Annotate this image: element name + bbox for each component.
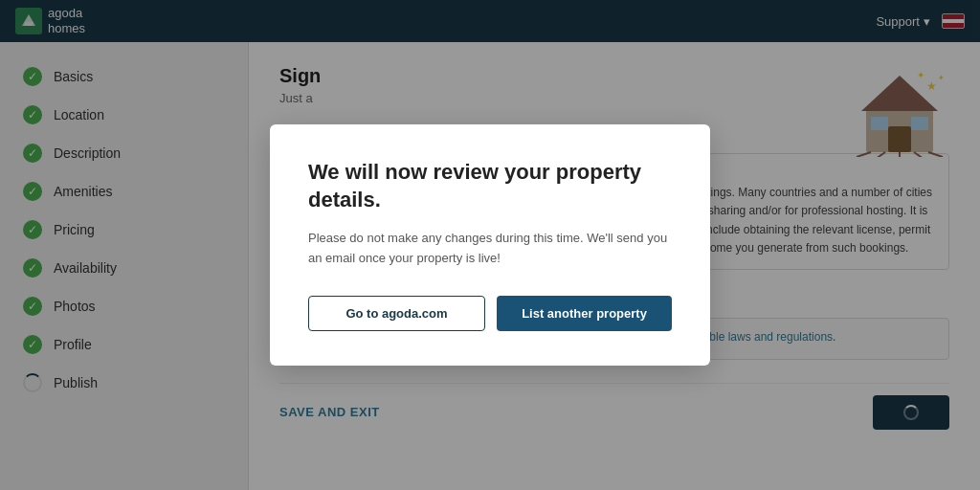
list-another-property-button[interactable]: List another property <box>497 296 672 331</box>
modal-title: We will now review your property details… <box>308 159 672 213</box>
go-to-agoda-button[interactable]: Go to agoda.com <box>308 296 485 331</box>
modal: We will now review your property details… <box>270 124 710 366</box>
modal-body: Please do not make any changes during th… <box>308 229 672 269</box>
modal-buttons: Go to agoda.com List another property <box>308 296 672 331</box>
modal-overlay: We will now review your property details… <box>0 0 980 490</box>
